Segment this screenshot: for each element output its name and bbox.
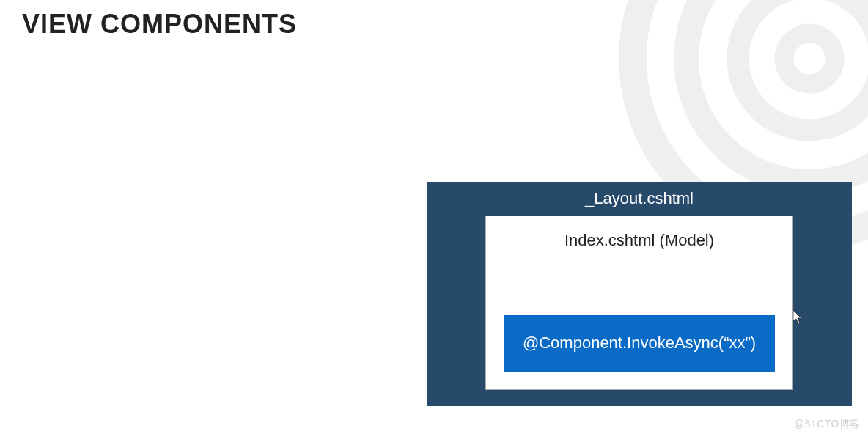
slide-title: VIEW COMPONENTS: [22, 9, 297, 40]
component-invoke-label: @Component.InvokeAsync(“xx”): [523, 334, 756, 353]
index-model-label: Index.cshtml (Model): [564, 231, 714, 250]
layout-container-box: _Layout.cshtml Index.cshtml (Model) @Com…: [427, 182, 852, 406]
component-invoke-box: @Component.InvokeAsync(“xx”): [504, 315, 775, 372]
arc-decoration: [727, 0, 869, 141]
arc-decoration: [674, 0, 868, 194]
watermark-text: @51CTO博客: [794, 418, 861, 431]
layout-file-label: _Layout.cshtml: [585, 189, 694, 208]
arc-decoration: [775, 24, 845, 94]
view-model-box: Index.cshtml (Model) @Component.InvokeAs…: [485, 216, 793, 390]
mouse-cursor-icon: [793, 310, 803, 325]
